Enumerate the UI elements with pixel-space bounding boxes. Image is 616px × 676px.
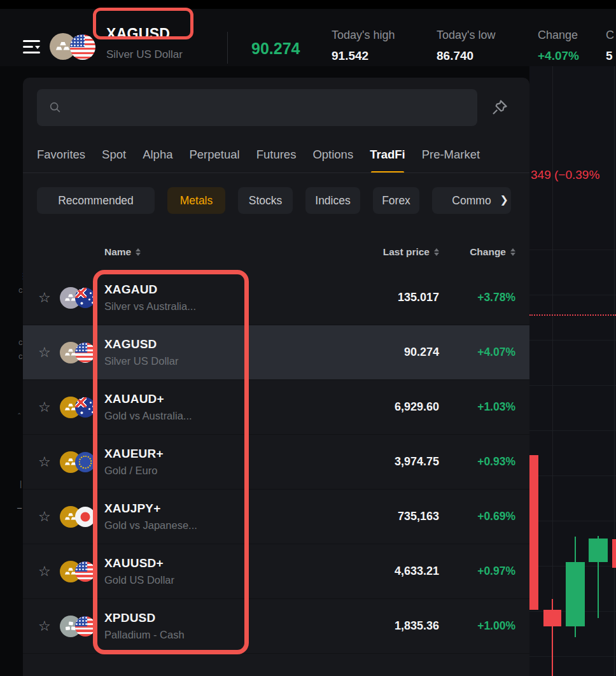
menu-hamburger-icon[interactable] — [23, 39, 41, 55]
symbol-title-block[interactable]: XAGUSD Silver US Dollar — [106, 25, 183, 61]
pair-icons — [60, 615, 98, 638]
pair-icons — [60, 341, 98, 364]
row-last-price: 90.274 — [349, 346, 439, 359]
row-symbol: XAUAUD+ — [104, 392, 349, 406]
favorite-star-icon[interactable]: ☆ — [38, 400, 60, 414]
row-change: +0.69% — [439, 510, 515, 523]
clipped-text-fragment: ‸ — [18, 405, 20, 414]
chart-gridline — [529, 475, 616, 476]
us-flag-icon — [75, 616, 95, 637]
chip-metals[interactable]: Metals — [167, 187, 225, 214]
chevron-right-icon[interactable]: ❯ — [500, 194, 508, 206]
tab-perpetual[interactable]: Perpetual — [189, 144, 239, 173]
tab-futures[interactable]: Futures — [256, 144, 297, 173]
search-input[interactable] — [37, 89, 477, 126]
chart-gridline — [529, 295, 616, 295]
row-change: +0.93% — [439, 455, 515, 468]
header-divider — [227, 32, 228, 64]
chip-recommended[interactable]: Recommended — [37, 187, 155, 214]
row-change: +0.97% — [439, 565, 515, 578]
table-row-xaujpy[interactable]: ☆ XAUJPY+ Gold vs Japanese... 735,163 +0… — [23, 489, 529, 544]
stat-truncated: C 5 — [606, 29, 614, 63]
favorite-star-icon[interactable]: ☆ — [38, 346, 60, 360]
last-price: 90.274 — [251, 39, 300, 58]
row-change: +4.07% — [439, 346, 515, 359]
candle-green — [589, 539, 608, 562]
market-tabs: Favorites Spot Alpha Perpetual Futures O… — [37, 144, 529, 173]
column-header-change[interactable]: Change — [439, 246, 515, 258]
stat-label: Today's low — [437, 29, 495, 42]
candlestick-chart[interactable]: 349 (−0.39% — [529, 66, 616, 676]
tab-options[interactable]: Options — [312, 144, 353, 173]
table-row-xagaud[interactable]: ☆ XAGAUD Silver vs Australia... 135.017 … — [23, 271, 529, 325]
column-header-last-price[interactable]: Last price — [349, 246, 439, 258]
chip-indices[interactable]: Indices — [305, 187, 360, 214]
row-description: Gold / Euro — [104, 465, 349, 477]
australia-flag-icon — [75, 288, 95, 308]
stat-value: +4.07% — [538, 49, 579, 63]
pin-panel-button[interactable] — [490, 98, 513, 121]
row-symbol: XAUUSD+ — [104, 556, 349, 570]
chart-gridline — [529, 521, 616, 521]
row-change: +3.78% — [439, 291, 515, 304]
favorite-star-icon[interactable]: ☆ — [38, 455, 60, 469]
instrument-list: ☆ XAGAUD Silver vs Australia... 135.017 … — [23, 271, 529, 654]
table-row-xpdusd[interactable]: ☆ XPDUSD Palladium - Cash 1,835.36 +1.00… — [23, 599, 529, 654]
chip-forex[interactable]: Forex — [373, 187, 419, 214]
row-change: +1.00% — [439, 619, 515, 633]
sort-icon — [510, 248, 515, 256]
tab-pre-market[interactable]: Pre-Market — [422, 144, 480, 173]
column-label: Last price — [383, 246, 430, 258]
row-last-price: 135.017 — [349, 291, 439, 304]
row-symbol: XAUJPY+ — [104, 502, 349, 516]
chart-gridline — [529, 250, 616, 250]
table-row-xauaud[interactable]: ☆ XAUAUD+ Gold vs Australia... 6,929.60 … — [23, 380, 529, 435]
favorite-star-icon[interactable]: ☆ — [38, 565, 60, 579]
sort-icon — [434, 248, 439, 256]
favorite-star-icon[interactable]: ☆ — [38, 291, 60, 305]
row-last-price: 735,163 — [349, 510, 439, 523]
table-row-xaueur[interactable]: ☆ XAUEUR+ Gold / Euro 3,974.75 +0.93% — [23, 435, 529, 489]
tab-spot[interactable]: Spot — [102, 144, 126, 173]
symbol-pair-icons — [50, 33, 99, 61]
chart-gridline — [529, 656, 616, 657]
australia-flag-icon — [75, 397, 95, 418]
stat-value: 91.542 — [332, 49, 395, 63]
chart-legend-change-text: 349 (−0.39% — [531, 168, 599, 182]
tab-tradfi[interactable]: TradFi — [370, 144, 405, 173]
row-last-price: 4,633.21 — [349, 565, 439, 578]
table-header: Name Last price Change — [23, 238, 529, 266]
japan-flag-icon — [75, 507, 95, 527]
chart-gridline — [529, 340, 616, 341]
chip-stocks[interactable]: Stocks — [238, 187, 293, 214]
tabs-divider — [23, 173, 529, 173]
row-symbol: XAGAUD — [104, 283, 349, 297]
sort-icon — [136, 248, 141, 256]
stat-change: Change +4.07% — [538, 29, 579, 63]
pair-icons — [60, 505, 98, 528]
table-row-xagusd[interactable]: ☆ XAGUSD Silver US Dollar 90.274 +4.07% — [23, 325, 529, 380]
column-label: Change — [470, 246, 506, 258]
clipped-text-fragment: | — [20, 479, 22, 488]
favorite-star-icon[interactable]: ☆ — [38, 510, 60, 524]
pin-icon — [490, 98, 509, 117]
row-last-price: 6,929.60 — [349, 400, 439, 414]
symbol-name: XAGUSD — [106, 25, 183, 43]
row-last-price: 3,974.75 — [349, 455, 439, 468]
favorite-star-icon[interactable]: ☆ — [38, 619, 60, 633]
row-description: Silver vs Australia... — [104, 300, 349, 313]
table-row-xauusd[interactable]: ☆ XAUUSD+ Gold US Dollar 4,633.21 +0.97% — [23, 544, 529, 599]
clipped-text-fragment: – — [17, 503, 22, 512]
row-description: Gold vs Japanese... — [104, 519, 349, 532]
tab-alpha[interactable]: Alpha — [143, 144, 172, 173]
tab-favorites[interactable]: Favorites — [37, 144, 85, 173]
row-change: +1.03% — [439, 400, 515, 414]
category-chips: Recommended Metals Stocks Indices Forex … — [37, 187, 529, 214]
stat-label: Today's high — [332, 29, 395, 42]
column-header-name[interactable]: Name — [104, 246, 349, 258]
chip-commodities[interactable]: Commo ❯ — [432, 187, 511, 214]
row-last-price: 1,835.36 — [349, 619, 439, 633]
symbol-fullname: Silver US Dollar — [106, 48, 183, 61]
row-description: Gold vs Australia... — [104, 410, 349, 422]
pair-icons — [60, 560, 98, 583]
